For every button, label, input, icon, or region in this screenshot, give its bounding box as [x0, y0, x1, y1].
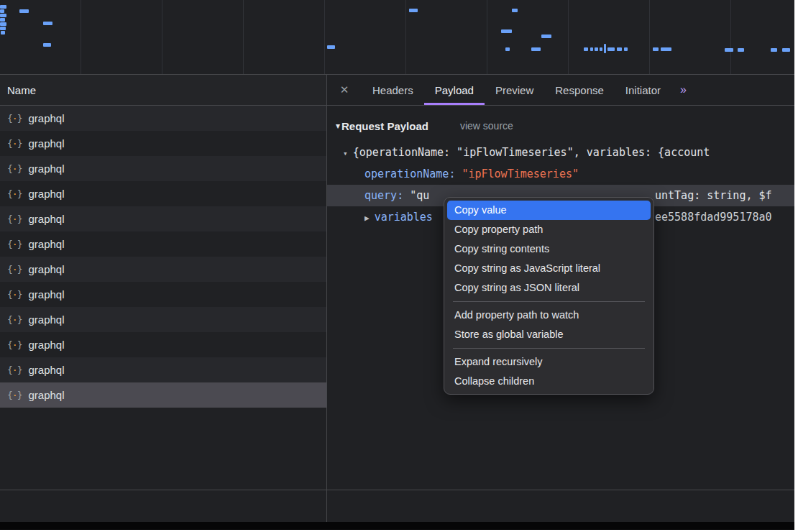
tab-response[interactable]: Response — [544, 75, 615, 105]
brace-close-glyph: } — [17, 214, 22, 224]
request-row[interactable]: {·} graphql — [0, 382, 326, 408]
timeline-bar — [327, 45, 335, 49]
request-payload-section[interactable]: ▾ Request Payload view source — [336, 119, 794, 133]
timeline-bar — [0, 5, 6, 9]
property-preview-right: ee5588fdad995178a0 — [655, 206, 772, 228]
icon-dot: · — [12, 239, 17, 249]
icon-dot: · — [12, 390, 17, 400]
property-key: variables — [375, 211, 433, 224]
expand-closed-icon: ▶ — [364, 214, 370, 223]
timeline-bar — [771, 48, 777, 52]
overflow-glyph: » — [680, 83, 687, 96]
timeline-bar — [725, 48, 733, 52]
request-name: graphql — [28, 313, 64, 326]
json-resource-icon: {·} — [7, 163, 22, 174]
timeline-bar — [617, 47, 622, 51]
timeline-bar — [604, 44, 606, 53]
timeline-bar — [43, 22, 52, 25]
context-menu-item[interactable]: Store as global variable — [447, 325, 651, 344]
request-row[interactable]: {·} graphql — [0, 257, 326, 282]
context-menu-item[interactable]: Copy string as JSON literal — [447, 278, 651, 298]
bottom-edge-bar — [0, 522, 794, 530]
summary-divider — [0, 490, 794, 490]
request-row[interactable]: {·} graphql — [0, 307, 326, 332]
request-list-panel: Name {·} graphql {·} graphql {·} graphql… — [0, 75, 327, 522]
brace-close-glyph: } — [17, 239, 22, 249]
request-name: graphql — [28, 238, 64, 250]
timeline-overview[interactable] — [0, 0, 794, 75]
timeline-bar — [738, 48, 744, 52]
json-resource-icon: {·} — [7, 264, 22, 275]
brace-open-glyph: { — [7, 364, 12, 375]
request-name: graphql — [28, 339, 64, 351]
view-source-link[interactable]: view source — [460, 120, 513, 132]
brace-close-glyph: } — [17, 339, 22, 350]
tab-preview[interactable]: Preview — [485, 75, 544, 105]
context-menu-item[interactable]: Copy value — [447, 201, 651, 220]
request-name: graphql — [28, 112, 64, 124]
timeline-bar — [782, 48, 790, 52]
request-row[interactable]: {·} graphql — [0, 181, 326, 206]
name-column-label: Name — [7, 84, 36, 96]
context-menu-item[interactable]: Expand recursively — [447, 352, 651, 372]
brace-close-glyph: } — [17, 113, 22, 124]
icon-dot: · — [12, 264, 17, 275]
timeline-bar — [505, 47, 510, 51]
json-resource-icon: {·} — [7, 214, 22, 224]
icon-dot: · — [12, 289, 17, 300]
request-name: graphql — [28, 137, 64, 150]
json-resource-icon: {·} — [7, 390, 22, 400]
icon-dot: · — [12, 113, 17, 124]
request-name: graphql — [28, 389, 64, 401]
tab-initiator[interactable]: Initiator — [615, 75, 671, 105]
timeline-bar — [512, 9, 518, 12]
request-name: graphql — [28, 288, 64, 301]
more-tabs-icon[interactable]: » — [671, 75, 696, 105]
property-key: operationName: — [364, 168, 455, 180]
request-name: graphql — [28, 213, 64, 225]
context-menu-item[interactable]: Add property path to watch — [447, 306, 651, 325]
close-icon[interactable]: ✕ — [327, 75, 362, 105]
request-row[interactable]: {·} graphql — [0, 106, 326, 131]
timeline-bar — [661, 47, 671, 51]
close-glyph: ✕ — [340, 83, 349, 96]
name-column-header[interactable]: Name — [0, 75, 326, 106]
tab-headers[interactable]: Headers — [362, 75, 424, 105]
request-row[interactable]: {·} graphql — [0, 231, 326, 257]
timeline-bar — [600, 47, 602, 51]
context-menu-item[interactable]: Copy string as JavaScript literal — [447, 259, 651, 278]
expand-open-icon: ▾ — [336, 121, 340, 131]
property-value: "ipFlowTimeseries" — [462, 168, 579, 180]
timeline-bar — [584, 47, 588, 51]
brace-close-glyph: } — [17, 390, 22, 400]
menu-separator — [453, 348, 645, 349]
expand-open-icon: ▾ — [343, 149, 348, 158]
request-row[interactable]: {·} graphql — [0, 131, 326, 156]
request-row[interactable]: {·} graphql — [0, 206, 326, 231]
json-resource-icon: {·} — [7, 314, 22, 325]
request-row[interactable]: {·} graphql — [0, 332, 326, 357]
brace-open-glyph: { — [7, 264, 12, 275]
brace-open-glyph: { — [7, 214, 12, 224]
brace-close-glyph: } — [17, 264, 22, 275]
json-resource-icon: {·} — [7, 364, 22, 375]
payload-tree-root-row[interactable]: ▾{operationName: "ipFlowTimeseries", var… — [327, 142, 794, 163]
timeline-bar — [501, 29, 512, 33]
brace-open-glyph: { — [7, 188, 12, 199]
section-title: Request Payload — [341, 120, 428, 132]
request-name: graphql — [28, 162, 64, 175]
context-menu-item[interactable]: Copy string contents — [447, 239, 651, 259]
request-row[interactable]: {·} graphql — [0, 282, 326, 307]
property-key: query: — [364, 189, 403, 202]
icon-dot: · — [12, 163, 17, 174]
tabs-container: HeadersPayloadPreviewResponseInitiator — [362, 75, 671, 105]
json-resource-icon: {·} — [7, 138, 22, 149]
request-row[interactable]: {·} graphql — [0, 357, 326, 382]
request-row[interactable]: {·} graphql — [0, 156, 326, 181]
context-menu-item[interactable]: Collapse children — [447, 372, 651, 391]
context-menu-item[interactable]: Copy property path — [447, 220, 651, 239]
timeline-bar — [590, 47, 593, 51]
payload-tree-row-operation-name[interactable]: operationName:"ipFlowTimeseries" — [327, 163, 794, 185]
context-menu: Copy valueCopy property pathCopy string … — [444, 197, 654, 395]
tab-payload[interactable]: Payload — [424, 75, 485, 105]
